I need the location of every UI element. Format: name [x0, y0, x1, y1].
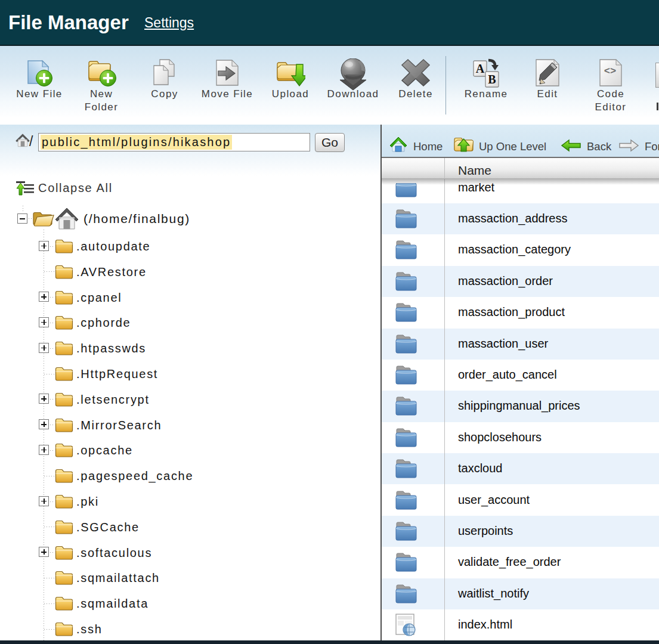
svg-text:A: A [476, 62, 485, 75]
svg-text:<>: <> [604, 66, 616, 77]
svg-text:B: B [488, 73, 496, 86]
